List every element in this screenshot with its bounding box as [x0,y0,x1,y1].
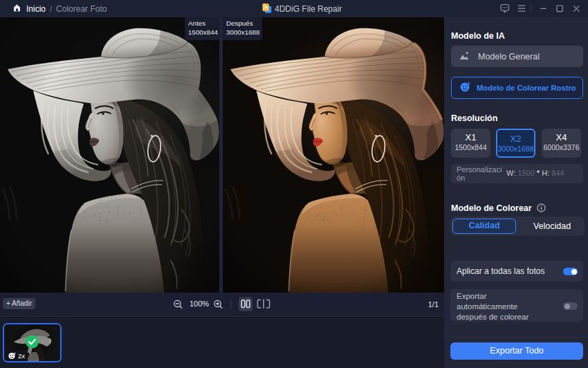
svg-text:2x: 2x [18,352,25,360]
svg-text:100%: 100% [190,300,209,308]
